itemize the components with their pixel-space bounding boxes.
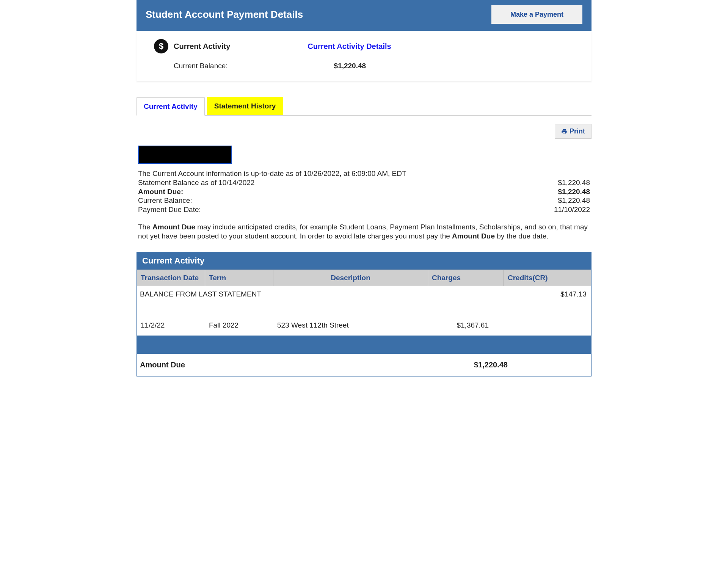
header-credits: Credits(CR) — [504, 270, 591, 286]
amount-due-label: Amount Due: — [138, 187, 183, 196]
tab-strip: Current Activity Statement History — [136, 97, 592, 116]
cell-date: 11/2/22 — [137, 317, 205, 333]
header-charges: Charges — [428, 270, 504, 286]
redacted-name-block — [138, 146, 232, 164]
summary-title: Current Activity — [174, 42, 230, 51]
balance-row-value: $147.13 — [560, 290, 587, 298]
cell-description: 523 West 112th Street — [273, 317, 428, 333]
summary-panel: $ Current Activity Current Activity Deta… — [136, 31, 592, 81]
current-activity-details-link[interactable]: Current Activity Details — [308, 42, 391, 51]
stmt-balance-value: $1,220.48 — [558, 178, 590, 187]
amount-due-value: $1,220.48 — [558, 187, 590, 196]
info-current-balance-label: Current Balance: — [138, 196, 192, 205]
info-current-balance-value: $1,220.48 — [558, 196, 590, 205]
cell-credits — [504, 317, 591, 333]
amount-due-note: The Amount Due may include anticipated c… — [136, 223, 592, 241]
dollar-icon: $ — [154, 39, 168, 53]
current-balance-value: $1,220.48 — [334, 62, 366, 70]
activity-divider-bar — [137, 336, 591, 354]
print-icon — [561, 129, 567, 135]
stmt-balance-label: Statement Balance as of 10/14/2022 — [138, 178, 254, 187]
print-button[interactable]: Print — [555, 124, 592, 139]
account-info-block: The Current Account information is up-to… — [136, 168, 592, 215]
activity-header-row: Transaction Date Term Description Charge… — [137, 270, 591, 286]
table-row: 11/2/22 Fall 2022 523 West 112th Street … — [137, 315, 591, 336]
print-label: Print — [570, 127, 585, 135]
tab-current-activity[interactable]: Current Activity — [136, 97, 205, 116]
header-transaction-date: Transaction Date — [137, 270, 205, 286]
header-description: Description — [273, 270, 428, 286]
cell-charges: $1,367.61 — [428, 317, 504, 333]
make-payment-button[interactable]: Make a Payment — [491, 5, 582, 24]
balance-row-label: BALANCE FROM LAST STATEMENT — [140, 290, 261, 298]
payment-due-label: Payment Due Date: — [138, 205, 201, 214]
activity-section-title: Current Activity — [137, 252, 591, 270]
balance-from-last-statement-row: BALANCE FROM LAST STATEMENT $147.13 — [137, 286, 591, 315]
footer-amount-due-label: Amount Due — [140, 361, 185, 369]
tab-statement-history[interactable]: Statement History — [207, 97, 283, 115]
uptodate-line: The Current Account information is up-to… — [138, 169, 406, 178]
current-balance-label: Current Balance: — [174, 62, 228, 70]
current-activity-table: Current Activity Transaction Date Term D… — [136, 252, 592, 376]
activity-footer-row: Amount Due $1,220.48 — [137, 354, 591, 376]
header-term: Term — [205, 270, 273, 286]
page-header: Student Account Payment Details Make a P… — [136, 0, 592, 31]
cell-term: Fall 2022 — [205, 317, 273, 333]
page-title: Student Account Payment Details — [146, 9, 303, 20]
footer-amount-due-value: $1,220.48 — [474, 361, 508, 369]
payment-due-value: 11/10/2022 — [554, 205, 590, 214]
